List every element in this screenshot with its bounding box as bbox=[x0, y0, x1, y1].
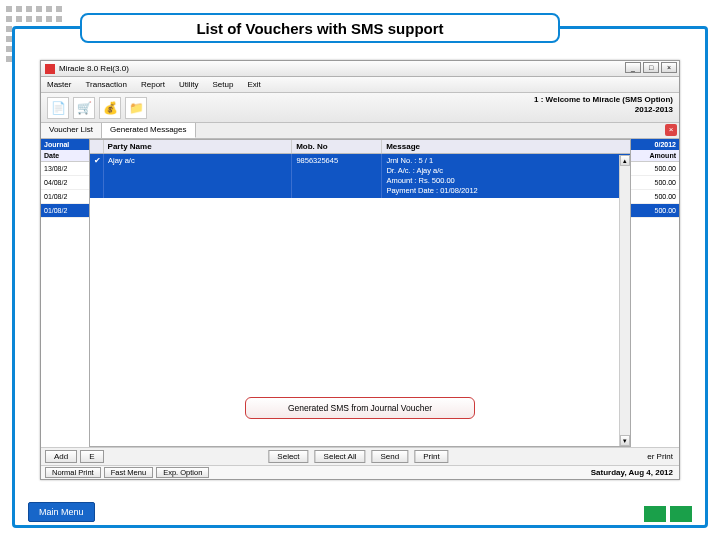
maximize-button[interactable]: □ bbox=[643, 62, 659, 73]
nav-arrows bbox=[644, 506, 692, 522]
scroll-down-icon[interactable]: ▾ bbox=[620, 435, 630, 446]
app-icon bbox=[45, 64, 55, 74]
message-row-selected[interactable]: ✔ Ajay a/c 9856325645 Jrnl No. : 5 / 1 D… bbox=[90, 154, 630, 198]
tab-voucher-list[interactable]: Voucher List bbox=[41, 123, 102, 138]
menu-utility[interactable]: Utility bbox=[179, 80, 199, 89]
date-row[interactable]: 01/08/2 bbox=[41, 190, 91, 204]
tabs: Voucher List Generated Messages × bbox=[41, 123, 679, 139]
scroll-up-icon[interactable]: ▴ bbox=[620, 155, 630, 166]
messages-header: Party Name Mob. No Message bbox=[90, 140, 630, 154]
welcome-text: 1 : Welcome to Miracle (SMS Option) 2012… bbox=[534, 95, 673, 115]
prev-arrow-icon[interactable] bbox=[644, 506, 666, 522]
amount-row: 500.00 bbox=[627, 162, 679, 176]
amount-row: 500.00 bbox=[627, 176, 679, 190]
folder-icon[interactable]: 📁 bbox=[125, 97, 147, 119]
date-header: Date bbox=[41, 150, 91, 162]
slide-title: List of Vouchers with SMS support bbox=[80, 13, 560, 43]
date-row[interactable]: 13/08/2 bbox=[41, 162, 91, 176]
cart-icon[interactable]: 🛒 bbox=[73, 97, 95, 119]
minimize-button[interactable]: _ bbox=[625, 62, 641, 73]
next-arrow-icon[interactable] bbox=[670, 506, 692, 522]
truncated-button[interactable]: er Print bbox=[647, 452, 673, 461]
row-party: Ajay a/c bbox=[104, 154, 292, 198]
toolbar: 📄 🛒 💰 📁 1 : Welcome to Miracle (SMS Opti… bbox=[41, 93, 679, 123]
close-button[interactable]: × bbox=[661, 62, 677, 73]
menu-exit[interactable]: Exit bbox=[247, 80, 260, 89]
e-button[interactable]: E bbox=[80, 450, 103, 463]
bag-icon[interactable]: 💰 bbox=[99, 97, 121, 119]
date-row[interactable]: 04/08/2 bbox=[41, 176, 91, 190]
amount-row-selected: 500.00 bbox=[627, 204, 679, 218]
app-title: Miracle 8.0 Rel(3.0) bbox=[59, 64, 129, 73]
period-header: 0/2012 bbox=[627, 139, 679, 150]
titlebar: Miracle 8.0 Rel(3.0) _ □ × bbox=[41, 61, 679, 77]
status-date: Saturday, Aug 4, 2012 bbox=[591, 468, 673, 477]
voucher-list-left: Journal Date 13/08/2 04/08/2 01/08/2 01/… bbox=[41, 139, 91, 447]
menu-setup[interactable]: Setup bbox=[213, 80, 234, 89]
main-menu-button[interactable]: Main Menu bbox=[28, 502, 95, 522]
date-row-selected[interactable]: 01/08/2 bbox=[41, 204, 91, 218]
menu-report[interactable]: Report bbox=[141, 80, 165, 89]
select-all-button[interactable]: Select All bbox=[315, 450, 366, 463]
normal-print-button[interactable]: Normal Print bbox=[45, 467, 101, 478]
row-check[interactable]: ✔ bbox=[90, 154, 104, 198]
send-button[interactable]: Send bbox=[372, 450, 409, 463]
button-row-2: Normal Print Fast Menu Exp. Option Satur… bbox=[41, 465, 679, 479]
app-window: Miracle 8.0 Rel(3.0) _ □ × Master Transa… bbox=[40, 60, 680, 480]
col-party[interactable]: Party Name bbox=[104, 140, 293, 153]
voucher-list-right: 0/2012 Amount 500.00 500.00 500.00 500.0… bbox=[627, 139, 679, 447]
menubar: Master Transaction Report Utility Setup … bbox=[41, 77, 679, 93]
fast-menu-button[interactable]: Fast Menu bbox=[104, 467, 153, 478]
amount-header: Amount bbox=[627, 150, 679, 162]
menu-transaction[interactable]: Transaction bbox=[85, 80, 127, 89]
row-message: Jrnl No. : 5 / 1 Dr. A/c. : Ajay a/c Amo… bbox=[382, 154, 630, 198]
welcome-line1: 1 : Welcome to Miracle (SMS Option) bbox=[534, 95, 673, 104]
tab-close-icon[interactable]: × bbox=[665, 124, 677, 136]
button-row-1: Add E Select Select All Send Print er Pr… bbox=[41, 447, 679, 465]
doc-icon[interactable]: 📄 bbox=[47, 97, 69, 119]
welcome-line2: 2012-2013 bbox=[635, 105, 673, 114]
messages-scrollbar[interactable]: ▴ ▾ bbox=[619, 155, 630, 446]
callout-note: Generated SMS from Journal Voucher bbox=[245, 397, 475, 419]
tab-generated-messages[interactable]: Generated Messages bbox=[102, 123, 196, 138]
row-mobile: 9856325645 bbox=[292, 154, 382, 198]
amount-row: 500.00 bbox=[627, 190, 679, 204]
col-check[interactable] bbox=[90, 140, 104, 153]
print-button[interactable]: Print bbox=[414, 450, 448, 463]
workspace: Journal Date 13/08/2 04/08/2 01/08/2 01/… bbox=[41, 139, 679, 447]
col-message[interactable]: Message bbox=[382, 140, 630, 153]
journal-header: Journal bbox=[41, 139, 91, 150]
add-button[interactable]: Add bbox=[45, 450, 77, 463]
menu-master[interactable]: Master bbox=[47, 80, 71, 89]
exp-option-button[interactable]: Exp. Option bbox=[156, 467, 209, 478]
select-button[interactable]: Select bbox=[268, 450, 308, 463]
col-mobile[interactable]: Mob. No bbox=[292, 140, 382, 153]
